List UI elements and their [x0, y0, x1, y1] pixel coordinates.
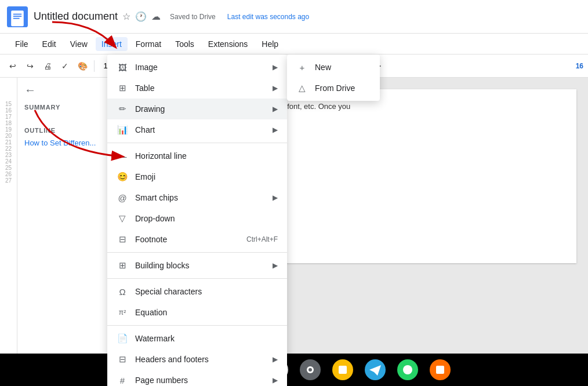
- pagenums-arrow: ▶: [273, 376, 278, 384]
- insert-dropdown-item[interactable]: ▽ Drop-down: [107, 208, 287, 229]
- dropdown-label: Drop-down: [135, 214, 278, 223]
- left-sidebar: 1516171819 2021222324 252627: [0, 78, 17, 386]
- star-icon[interactable]: ☆: [122, 11, 130, 22]
- taskbar-whatsapp[interactable]: [396, 358, 419, 381]
- print-button[interactable]: 🖨: [39, 58, 56, 74]
- menu-view[interactable]: View: [64, 37, 93, 51]
- outline-label: OUTLINE: [24, 127, 103, 134]
- main-area: 1516171819 2021222324 252627 ← SUMMARY O…: [0, 78, 588, 386]
- saved-to-drive: Saved to Drive: [170, 13, 216, 21]
- menu-bar: File Edit View Insert Format Tools Exten…: [0, 34, 588, 54]
- smartchips-icon: @: [117, 192, 128, 203]
- menu-tools[interactable]: Tools: [169, 37, 200, 51]
- fromdrive-icon: △: [296, 82, 308, 94]
- menu-insert[interactable]: Insert: [96, 37, 128, 51]
- image-arrow: ▶: [273, 63, 278, 71]
- insert-table-item[interactable]: ⊞ Table ▶: [107, 78, 287, 99]
- pagenums-icon: #: [117, 374, 128, 386]
- title-area: Untitled document ☆ 🕐 ☁ Saved to Drive: [34, 10, 216, 23]
- redo-button[interactable]: ↪: [22, 58, 38, 74]
- svg-point-21: [308, 368, 312, 372]
- taskbar-other[interactable]: [429, 358, 452, 381]
- image-label: Image: [135, 63, 273, 72]
- back-button[interactable]: ←: [24, 83, 103, 97]
- special-icon: Ω: [117, 286, 128, 297]
- menu-help[interactable]: Help: [256, 37, 284, 51]
- taskbar-telegram[interactable]: [364, 358, 387, 381]
- footnote-label: Footnote: [135, 235, 242, 244]
- chart-label: Chart: [135, 125, 273, 134]
- spellcheck-button[interactable]: ✓: [57, 58, 73, 74]
- top-bar: Untitled document ☆ 🕐 ☁ Saved to Drive L…: [0, 0, 588, 34]
- insert-hline-item[interactable]: — Horizontal line: [107, 145, 287, 166]
- insert-building-item[interactable]: ⊞ Building blocks ▶: [107, 255, 287, 276]
- svg-rect-4: [13, 17, 20, 19]
- headers-arrow: ▶: [273, 355, 278, 363]
- table-label: Table: [135, 83, 273, 93]
- insert-drawing-item[interactable]: ✏ Drawing ▶: [107, 99, 287, 119]
- footnote-shortcut: Ctrl+Alt+F: [246, 235, 278, 243]
- insert-equation-item[interactable]: π² Equation: [107, 302, 287, 323]
- insert-footnote-item[interactable]: ⊟ Footnote Ctrl+Alt+F: [107, 229, 287, 250]
- insert-headers-item[interactable]: ⊟ Headers and footers ▶: [107, 349, 287, 370]
- special-label: Special characters: [135, 287, 278, 296]
- summary-label: SUMMARY: [24, 104, 103, 111]
- taskbar-settings[interactable]: [299, 358, 322, 381]
- toolbar-separator-1: [94, 60, 95, 72]
- insert-menu-dropdown: 🖼 Image ▶ ⊞ Table ▶ ✏ Drawing ▶ 📊 Chart …: [107, 54, 287, 386]
- drawing-submenu: + New △ From Drive: [287, 54, 380, 101]
- table-icon: ⊞: [117, 82, 128, 94]
- insert-special-item[interactable]: Ω Special characters: [107, 281, 287, 302]
- taskbar-notes[interactable]: [331, 358, 354, 381]
- line-numbers: 1516171819 2021222324 252627: [5, 101, 12, 184]
- drawing-arrow: ▶: [273, 105, 278, 113]
- menu-extensions[interactable]: Extensions: [202, 37, 253, 51]
- drawing-fromdrive-item[interactable]: △ From Drive: [287, 78, 380, 99]
- divider-1: [107, 143, 287, 143]
- insert-chart-item[interactable]: 📊 Chart ▶: [107, 119, 287, 140]
- insert-watermark-item[interactable]: 📄 Watermark: [107, 328, 287, 349]
- hline-label: Horizontal line: [135, 151, 278, 161]
- menu-format[interactable]: Format: [130, 37, 167, 51]
- insert-smartchips-item[interactable]: @ Smart chips ▶: [107, 187, 287, 208]
- chart-arrow: ▶: [273, 126, 278, 134]
- menu-file[interactable]: File: [9, 37, 34, 51]
- svg-point-26: [403, 365, 412, 374]
- svg-rect-28: [436, 366, 444, 374]
- cloud-icon: ☁: [151, 11, 161, 22]
- outline-heading[interactable]: How to Set Differen...: [24, 139, 103, 147]
- new-label: New: [315, 63, 371, 72]
- fromdrive-label: From Drive: [315, 83, 371, 93]
- insert-pagenums-item[interactable]: # Page numbers ▶: [107, 370, 287, 386]
- equation-icon: π²: [117, 307, 128, 318]
- emoji-label: Emoji: [135, 172, 278, 181]
- drawing-label: Drawing: [135, 104, 273, 114]
- table-arrow: ▶: [273, 84, 278, 92]
- svg-rect-3: [13, 16, 21, 17]
- last-edit: Last edit was seconds ago: [227, 13, 309, 21]
- docs-icon: [7, 6, 28, 27]
- divider-2: [107, 252, 287, 253]
- doc-title[interactable]: Untitled document: [34, 10, 118, 23]
- chart-icon: 📊: [117, 124, 128, 136]
- drawing-new-item[interactable]: + New: [287, 57, 380, 78]
- hline-icon: —: [117, 150, 128, 162]
- insert-emoji-item[interactable]: 😊 Emoji: [107, 166, 287, 187]
- equation-label: Equation: [135, 308, 278, 317]
- paint-format-button[interactable]: 🎨: [74, 58, 90, 74]
- insert-image-item[interactable]: 🖼 Image ▶: [107, 57, 287, 78]
- watermark-label: Watermark: [135, 334, 278, 343]
- dropdown-icon: ▽: [117, 213, 128, 224]
- svg-rect-23: [339, 366, 347, 374]
- undo-button[interactable]: ↩: [5, 58, 21, 74]
- divider-4: [107, 325, 287, 326]
- outline-panel: ← SUMMARY OUTLINE How to Set Differen...: [17, 78, 110, 386]
- menu-edit[interactable]: Edit: [37, 37, 62, 51]
- history-icon[interactable]: 🕐: [135, 11, 147, 22]
- building-icon: ⊞: [117, 260, 128, 271]
- building-arrow: ▶: [273, 261, 278, 270]
- taskbar: [0, 354, 588, 386]
- emoji-icon: 😊: [117, 171, 128, 183]
- smartchips-label: Smart chips: [135, 193, 273, 202]
- image-icon: 🖼: [117, 61, 128, 73]
